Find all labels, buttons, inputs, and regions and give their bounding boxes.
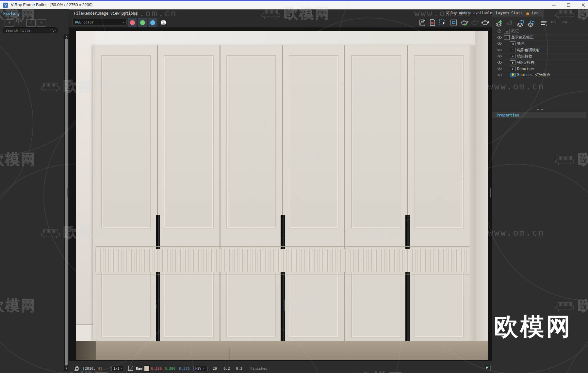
properties-splitter-handle[interactable] <box>536 109 544 111</box>
wardrobe-door <box>157 45 219 341</box>
blue-channel-button[interactable] <box>148 18 157 27</box>
right-splitter-handle[interactable] <box>490 188 491 197</box>
stamp-toggle-icon[interactable] <box>485 365 491 370</box>
green-channel-button[interactable] <box>138 18 147 27</box>
pixel-probe-pin-icon[interactable] <box>74 365 79 371</box>
tab-log[interactable]: Log <box>532 11 539 15</box>
visibility-eye-icon[interactable] <box>497 42 502 45</box>
wardrobe-fluted-band <box>95 249 469 272</box>
render-baseboard <box>76 324 94 342</box>
save-layers-icon[interactable] <box>516 19 525 27</box>
render-last-teapot-icon[interactable] <box>460 18 468 27</box>
color-curve-icon[interactable] <box>128 365 134 371</box>
search-input[interactable] <box>5 28 50 33</box>
menu-render[interactable]: Render <box>83 11 97 16</box>
channel-select-dropdown[interactable]: RGB color ▾ <box>73 19 127 25</box>
filmic-tonemap-icon: ◜ <box>510 48 515 52</box>
layer-row[interactable]: ◜电影色调映射 <box>493 47 587 54</box>
layer-label: 显示色彩校正 <box>511 35 534 40</box>
wardrobe-handle <box>405 215 410 341</box>
history-panel <box>0 9 69 373</box>
red-value: 0.336 <box>151 366 162 371</box>
layer-options-icon[interactable] <box>540 19 548 27</box>
zoom-level-dropdown[interactable]: 1x1 ▾ <box>111 366 123 371</box>
rendered-image[interactable] <box>76 31 488 360</box>
chevron-down-icon: ▾ <box>122 21 124 24</box>
layer-row[interactable]: 💡Source: 灯光混合 <box>493 72 587 78</box>
menu-options[interactable]: Options <box>122 11 137 16</box>
search-icon <box>50 28 54 32</box>
history-scrollbar[interactable]: ▲ ▼ <box>64 34 69 371</box>
tab-history[interactable]: History <box>3 11 20 16</box>
layer-row[interactable]: ◆锐化/模糊 <box>493 59 587 66</box>
region-render-icon[interactable] <box>438 18 447 27</box>
tab-stats[interactable]: Stats <box>511 11 523 15</box>
left-splitter-handle[interactable] <box>67 188 68 197</box>
close-button[interactable] <box>576 1 588 9</box>
wardrobe-doors <box>95 45 469 341</box>
layer-label: Source: 灯光混合 <box>517 72 550 77</box>
minimize-button[interactable] <box>547 1 561 9</box>
render-left-wall <box>76 31 95 341</box>
history-remove-button[interactable]: ✕ <box>37 19 46 27</box>
visibility-eye-icon[interactable] <box>497 73 502 77</box>
layer-row[interactable]: ◖Denoiser <box>493 66 587 72</box>
history-search-box[interactable]: ▾ <box>3 27 58 33</box>
display-mode-label[interactable]: Raw <box>136 366 142 371</box>
wardrobe-door <box>407 45 469 341</box>
hue-value: 29 <box>213 366 217 371</box>
vray-app-icon: V <box>3 3 8 8</box>
menu-view[interactable]: View <box>110 11 120 16</box>
wardrobe-door <box>344 45 407 341</box>
layer-row[interactable]: ✛镜头特效 <box>493 53 587 60</box>
tab-layers[interactable]: Layers <box>496 11 510 15</box>
wardrobe-side-panel <box>469 45 475 341</box>
visibility-eye-icon[interactable] <box>497 61 502 64</box>
green-value: 0.306 <box>165 366 175 371</box>
scroll-down-icon[interactable]: ▼ <box>65 367 68 370</box>
layer-row[interactable]: ◜显示色彩校正 <box>493 34 587 41</box>
clear-image-icon[interactable] <box>428 18 437 27</box>
update-notice[interactable]: V-Ray update available! <box>447 11 494 15</box>
load-layers-icon[interactable] <box>527 19 535 27</box>
history-set-a-button[interactable]: ✓ <box>26 19 36 27</box>
chevron-down-icon: ▾ <box>203 367 204 370</box>
frame-buffer-canvas[interactable] <box>69 27 492 361</box>
layer-row[interactable]: ◑曝光 <box>493 40 587 47</box>
vray-frame-buffer-window: V V-Ray Frame Buffer - [50.0% of 2750 x … <box>0 0 588 373</box>
visibility-disabled-icon[interactable] <box>497 29 502 33</box>
red-channel-button[interactable] <box>128 18 137 27</box>
scroll-up-icon[interactable]: ▲ <box>65 35 68 38</box>
stop-render-teapot-icon[interactable] <box>481 18 489 27</box>
history-save-button[interactable]: + <box>5 19 14 27</box>
color-space-dropdown[interactable]: HSV ▾ <box>193 366 208 371</box>
menu-file[interactable]: File <box>74 11 83 16</box>
window-title: V-Ray Frame Buffer - [50.0% of 2750 x 22… <box>11 3 92 7</box>
chevron-down-icon: ▾ <box>15 23 22 25</box>
denoiser-icon: ◖ <box>510 67 515 71</box>
viewport-follow-icon[interactable] <box>449 18 458 27</box>
value-value: 0.3 <box>236 366 242 371</box>
monochrome-channel-button[interactable] <box>161 20 166 25</box>
undo-icon <box>549 19 558 27</box>
lens-effects-icon: ✛ <box>510 54 515 58</box>
wardrobe-door <box>95 45 157 341</box>
visibility-eye-icon[interactable] <box>497 67 502 70</box>
layer-label: 曝光 <box>517 41 525 46</box>
save-image-icon[interactable] <box>418 18 427 27</box>
maximize-button[interactable] <box>561 1 576 9</box>
menu-image[interactable]: Image <box>97 11 108 16</box>
scrollbar-thumb[interactable] <box>65 39 68 365</box>
render-wardrobe <box>93 45 475 341</box>
title-bar[interactable]: V V-Ray Frame Buffer - [50.0% of 2750 x … <box>0 1 588 9</box>
visibility-eye-icon[interactable] <box>497 36 502 39</box>
visibility-eye-icon[interactable] <box>497 54 502 58</box>
probe-color-swatch <box>144 365 150 372</box>
history-compare-ab-button[interactable]: A|B ▾ <box>15 19 22 25</box>
visibility-eye-icon[interactable] <box>497 48 502 52</box>
add-layer-icon[interactable] <box>495 19 503 27</box>
render-right-wall <box>475 31 488 341</box>
log-status-dot <box>526 12 529 15</box>
layer-row[interactable]: ▧戳记 <box>493 28 587 35</box>
layer-label: 锐化/模糊 <box>517 60 534 65</box>
